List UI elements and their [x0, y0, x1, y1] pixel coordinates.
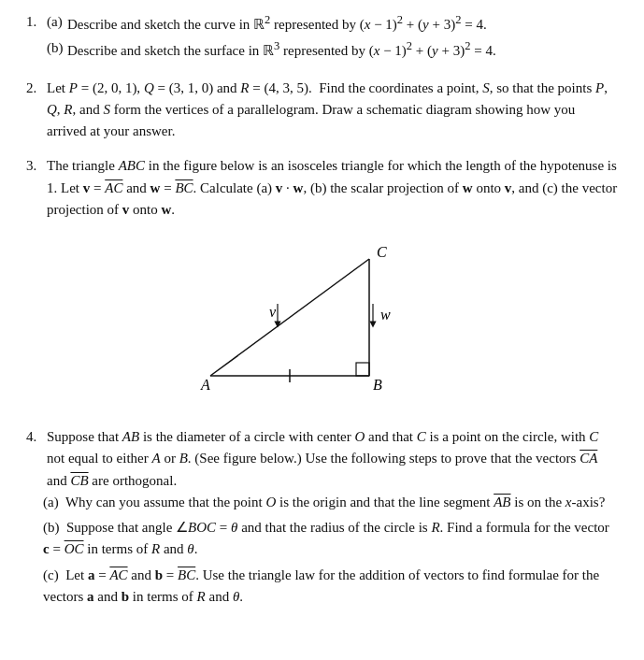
problem-3-text: The triangle ABC in the figure below is …	[47, 155, 618, 221]
problem-1-num: 1.	[26, 11, 47, 33]
problem-4c: (c) Let a = AC and b = BC. Use the trian…	[43, 565, 618, 609]
problem-1b-label: (b)	[47, 37, 67, 59]
problem-3-num: 3.	[26, 155, 47, 177]
problem-2: 2. Let P = (2, 0, 1), Q = (3, 1, 0) and …	[26, 78, 618, 143]
problem-4-intro: Suppose that AB is the diameter of a cir…	[47, 426, 618, 492]
problem-1a-label: (a)	[47, 11, 67, 33]
svg-rect-3	[356, 363, 369, 376]
w-vector-label: w	[380, 307, 391, 323]
triangle-svg: A B C v w	[173, 231, 472, 413]
problem-2-num: 2.	[26, 78, 47, 99]
problem-4a-text: Why can you assume that the point O is t…	[65, 495, 605, 509]
problem-4b-text: Suppose that angle ∠BOC = θ and that the…	[43, 520, 609, 556]
v-vector-label: v	[269, 304, 277, 320]
problem-4b: (b) Suppose that angle ∠BOC = θ and that…	[43, 517, 618, 561]
problem-4b-label: (b)	[43, 520, 60, 535]
problem-1-content: (a) Describe and sketch the curve in ℝ2 …	[47, 11, 618, 65]
problem-4c-label: (c)	[43, 567, 59, 582]
problem-4-parts: (a) Why can you assume that the point O …	[43, 492, 618, 608]
problem-2-text: Let P = (2, 0, 1), Q = (3, 1, 0) and R =…	[47, 78, 618, 143]
vertex-c-label: C	[377, 244, 387, 260]
svg-line-1	[210, 259, 369, 376]
problem-1: 1. (a) Describe and sketch the curve in …	[26, 11, 618, 65]
problem-4c-text: Let a = AC and b = BC. Use the triangle …	[43, 567, 599, 604]
problem-1b-text: Describe and sketch the surface in ℝ3 re…	[67, 37, 618, 62]
vertex-b-label: B	[373, 377, 382, 393]
triangle-diagram: A B C v w	[26, 228, 618, 415]
problem-4a: (a) Why can you assume that the point O …	[43, 492, 618, 513]
problem-4a-label: (a)	[43, 495, 59, 509]
vertex-a-label: A	[200, 377, 210, 393]
problem-3: 3. The triangle ABC in the figure below …	[26, 155, 618, 221]
and-text: and	[79, 102, 100, 117]
problem-4: 4. Suppose that AB is the diameter of a …	[26, 426, 618, 608]
problem-4-num: 4.	[26, 426, 47, 448]
problem-1a-text: Describe and sketch the curve in ℝ2 repr…	[67, 11, 618, 36]
